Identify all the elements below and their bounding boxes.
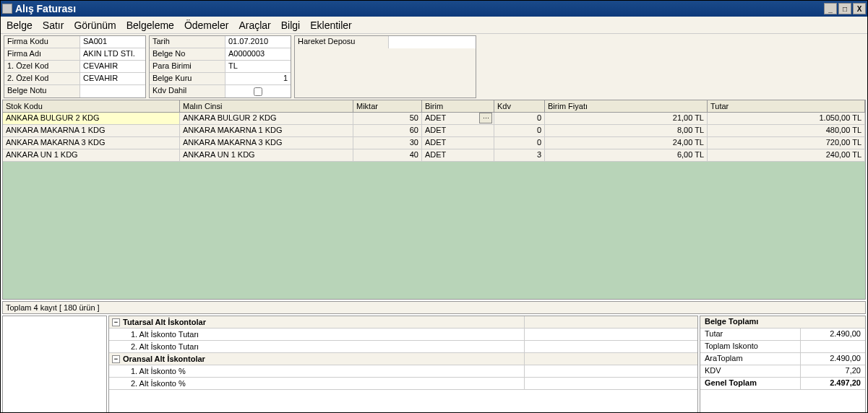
field-label: Tarih [150,36,225,48]
collapse-icon[interactable]: − [112,318,120,326]
menu-belgeleme[interactable]: Belgeleme [126,19,174,31]
cell-fiyat[interactable]: 8,00 TL [545,125,708,136]
menubar: Belge Satır Görünüm Belgeleme Ödemeler A… [1,17,867,34]
total-value [800,341,865,352]
cell-malin[interactable]: ANKARA UN 1 KDG [180,149,353,161]
col-malin[interactable]: Malın Cinsi [180,100,353,112]
cell-kdv[interactable]: 0 [494,125,545,136]
cell-kdv[interactable]: 0 [494,113,545,124]
total-label: Tutar [700,329,800,340]
menu-odemeler[interactable]: Ödemeler [184,19,228,31]
disc-oran-1-val[interactable] [524,365,697,377]
cell-malin[interactable]: ANKARA MAKARNA 1 KDG [180,125,353,136]
disc-tutari-1: 1. Alt İskonto Tutarı [109,329,524,340]
field-value[interactable]: A0000003 [225,48,291,60]
field-value[interactable] [80,85,145,97]
disc-header-oransal: Oransal Alt İskontolar [123,355,205,363]
total-label: Toplam Iskonto [700,341,800,352]
close-button[interactable]: X [853,3,866,14]
total-value: 2.497,20 [800,378,865,389]
menu-belge[interactable]: Belge [7,19,33,31]
birim-lookup-button[interactable]: ⋯ [479,113,492,123]
col-stok[interactable]: Stok Kodu [3,100,180,112]
cell-birim[interactable]: ADET [422,137,494,149]
titlebar: Alış Faturası _ □ X [1,1,867,17]
discounts-panel: −Tutarsal Alt İskontolar 1. Alt İskonto … [108,316,698,413]
cell-stok[interactable]: ANKARA MAKARNA 3 KDG [3,137,180,149]
total-label: Genel Toplam [700,378,800,389]
cell-tutar[interactable]: 720,00 TL [708,137,865,149]
field-value[interactable]: SA001 [80,36,145,48]
field-label: 2. Özel Kod [4,73,80,84]
col-fiyat[interactable]: Birim Fiyatı [545,100,708,112]
cell-stok[interactable]: ANKARA UN 1 KDG [3,149,180,161]
field-value[interactable]: 01.07.2010 [225,36,291,48]
cell-miktar[interactable]: 50 [353,113,422,124]
disc-header-tutarsal: Tutarsal Alt İskontolar [123,318,206,326]
cell-malin[interactable]: ANKARA BULGUR 2 KDG [180,113,353,124]
col-birim[interactable]: Birim [422,100,494,112]
cell-miktar[interactable]: 60 [353,125,422,136]
cell-malin[interactable]: ANKARA MAKARNA 3 KDG [180,137,353,149]
disc-oran-2-val[interactable] [524,378,697,389]
collapse-icon[interactable]: − [112,355,120,363]
disc-oran-1: 1. Alt İskonto % [109,365,524,377]
field-value[interactable]: 1 [225,73,291,84]
cell-tutar[interactable]: 480,00 TL [708,125,865,136]
cell-fiyat[interactable]: 24,00 TL [545,137,708,149]
table-row[interactable]: ANKARA UN 1 KDGANKARA UN 1 KDG40ADET36,0… [3,149,865,162]
field-value[interactable]: CEVAHIR [80,61,145,72]
total-label: KDV [700,365,800,377]
cell-birim[interactable]: ADET⋯ [422,113,494,124]
menu-bilgi[interactable]: Bilgi [281,19,300,31]
field-label: 1. Özel Kod [4,61,80,72]
menu-satir[interactable]: Satır [43,19,64,31]
minimize-button[interactable]: _ [824,3,837,14]
table-row[interactable]: ANKARA MAKARNA 1 KDGANKARA MAKARNA 1 KDG… [3,125,865,137]
cell-miktar[interactable]: 30 [353,137,422,149]
col-kdv[interactable]: Kdv [494,100,545,112]
grid-body[interactable]: ANKARA BULGUR 2 KDGANKARA BULGUR 2 KDG50… [2,112,866,300]
menu-eklentiler[interactable]: Eklentiler [310,19,352,31]
field-label: Kdv Dahil [150,85,225,97]
menu-gorunum[interactable]: Görünüm [74,19,116,31]
cell-miktar[interactable]: 40 [353,149,422,161]
bottom-left-panel [2,316,107,413]
disc-tutari-1-val[interactable] [524,329,697,340]
total-value: 7,20 [800,365,865,377]
maximize-button[interactable]: □ [838,3,851,14]
totals-panel: Belge ToplamıTutar2.490,00Toplam Iskonto… [700,316,866,413]
disc-tutari-2-val[interactable] [524,341,697,352]
cell-tutar[interactable]: 240,00 TL [708,149,865,161]
disc-tutari-2: 2. Alt İskonto Tutarı [109,341,524,352]
cell-stok[interactable]: ANKARA MAKARNA 1 KDG [3,125,180,136]
field-value[interactable]: AKIN LTD STI. [80,48,145,60]
col-tutar[interactable]: Tutar [708,100,865,112]
field-value[interactable] [389,36,476,48]
cell-tutar[interactable]: 1.050,00 TL [708,113,865,124]
menu-araclar[interactable]: Araçlar [239,19,270,31]
field-label: Firma Adı [4,48,80,60]
field-label: Belge Notu [4,85,80,97]
cell-fiyat[interactable]: 6,00 TL [545,149,708,161]
window-title: Alış Faturası [15,3,824,14]
field-value[interactable]: CEVAHIR [80,73,145,84]
cell-fiyat[interactable]: 21,00 TL [545,113,708,124]
cell-kdv[interactable]: 3 [494,149,545,161]
header-fields: Firma KoduSA001Firma AdıAKIN LTD STI.1. … [1,34,867,100]
totals-header: Belge Toplamı [700,316,865,328]
cell-birim[interactable]: ADET [422,125,494,136]
cell-stok[interactable]: ANKARA BULGUR 2 KDG [3,113,180,124]
field-label: Firma Kodu [4,36,80,48]
disc-oran-2: 2. Alt İskonto % [109,378,524,389]
kdv-dahil-checkbox[interactable] [254,87,262,96]
field-value[interactable]: TL [225,61,291,72]
cell-kdv[interactable]: 0 [494,137,545,149]
field-label: Belge No [150,48,225,60]
col-miktar[interactable]: Miktar [353,100,422,112]
field-label: Belge Kuru [150,73,225,84]
table-row[interactable]: ANKARA BULGUR 2 KDGANKARA BULGUR 2 KDG50… [3,113,865,125]
app-icon [2,4,12,14]
table-row[interactable]: ANKARA MAKARNA 3 KDGANKARA MAKARNA 3 KDG… [3,137,865,149]
cell-birim[interactable]: ADET [422,149,494,161]
